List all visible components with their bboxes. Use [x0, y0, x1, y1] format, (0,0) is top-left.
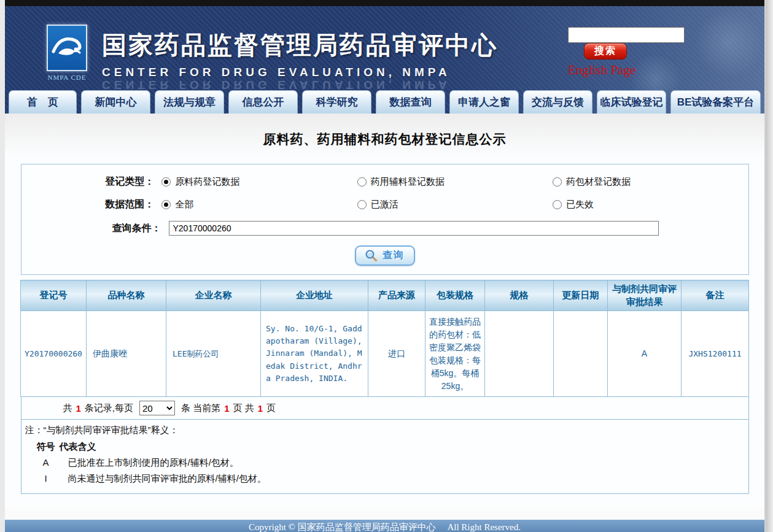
main-content: 原料药、药用辅料和药包材登记信息公示 登记类型： 原料药登记数据 药用辅料登记数… [5, 114, 764, 507]
radio-icon[interactable] [357, 200, 367, 209]
tab-regulations[interactable]: 法规与规章 [155, 90, 224, 114]
col-header-joint-review: 与制剂共同审评审批结果 [608, 280, 682, 311]
col-header-company-address: 企业地址 [261, 280, 368, 311]
pagination-text: 共 [63, 403, 72, 414]
form-row-range: 数据范围： 全部 已激活 已失效 [21, 198, 748, 211]
tab-science-research[interactable]: 科学研究 [302, 90, 371, 114]
tab-news[interactable]: 新闻中心 [81, 90, 150, 114]
current-page-number: 1 [224, 403, 229, 414]
query-label: 查询条件： [21, 222, 169, 235]
radio-icon[interactable] [357, 177, 367, 187]
site-title-en: CENTER FOR DRUG EVALUATION, NMPA [102, 66, 498, 79]
query-form-panel: 登记类型： 原料药登记数据 药用辅料登记数据 药包材登记数据 数据范围： [21, 164, 749, 275]
tab-be-trial-platform[interactable]: BE试验备案平台 [670, 90, 761, 114]
cde-logo-icon [47, 25, 87, 71]
footer-copyright: Copyright © 国家药品监督管理局药品审评中心 All Right Re… [5, 522, 764, 532]
per-page-select[interactable]: 20 [139, 401, 175, 415]
site-title-block: 国家药品监督管理局药品审评中心 CENTER FOR DRUG EVALUATI… [102, 28, 498, 91]
tab-data-query[interactable]: 数据查询 [376, 90, 445, 114]
header-search-input[interactable] [568, 27, 685, 43]
radio-option-invalid[interactable]: 已失效 [553, 199, 748, 210]
col-header-company-name: 企业名称 [166, 280, 261, 311]
site-title-cn: 国家药品监督管理局药品审评中心 [102, 28, 498, 62]
bird-swoosh-icon [51, 31, 83, 65]
magnifier-icon [365, 249, 378, 262]
note-row-a: A 已批准在上市制剂使用的原料/辅料/包材。 [33, 457, 745, 469]
note-column-headers: 符号 代表含义 [33, 441, 745, 453]
radio-option-excipient[interactable]: 药用辅料登记数据 [357, 176, 553, 188]
radio-option-activated[interactable]: 已激活 [357, 199, 553, 210]
cell-company-name: LEE制药公司 [166, 311, 261, 397]
header-search-area: 搜索 English Page [568, 27, 746, 78]
form-row-query: 查询条件： [21, 221, 748, 236]
radio-icon[interactable] [553, 200, 562, 209]
site-title-en-reflection: CENTER FOR DRUG EVALUATION, NMPA [102, 78, 498, 91]
cell-spec [485, 311, 554, 397]
cell-joint-review-result: A [608, 311, 682, 397]
cell-reg-no: Y20170000260 [21, 311, 87, 397]
tab-exchange-feedback[interactable]: 交流与反馈 [523, 90, 592, 114]
form-row-type: 登记类型： 原料药登记数据 药用辅料登记数据 药包材登记数据 [21, 175, 748, 188]
note-meaning: 尚未通过与制剂共同审评审批的原料/辅料/包材。 [68, 473, 266, 485]
radio-option-packaging[interactable]: 药包材登记数据 [553, 176, 748, 188]
note-title: 注：“与制剂共同审评审批结果”释义： [25, 425, 745, 436]
cell-package-spec: 直接接触药品的药包材：低密度聚乙烯袋包装规格：每桶5kg。每桶25kg。 [425, 311, 485, 397]
pagination-text: 条 当前第 [181, 403, 220, 414]
tab-info-disclosure[interactable]: 信息公开 [228, 90, 298, 114]
col-header-package-spec: 包装规格 [425, 280, 485, 311]
table-header-row: 登记号 品种名称 企业名称 企业地址 产品来源 包装规格 规格 更新日期 与制剂… [21, 280, 749, 311]
total-pages-count: 1 [258, 403, 263, 414]
radio-icon[interactable] [161, 200, 171, 209]
pagination-text: 条记录,每页 [85, 403, 133, 414]
tab-applicant-window[interactable]: 申请人之窗 [449, 90, 519, 114]
range-label: 数据范围： [21, 198, 162, 211]
note-symbol: I [33, 473, 60, 485]
radio-option-raw-material[interactable]: 原料药登记数据 [161, 176, 357, 188]
registration-table: 登记号 品种名称 企业名称 企业地址 产品来源 包装规格 规格 更新日期 与制剂… [20, 280, 749, 397]
pagination-text: 页 共 [233, 403, 254, 414]
query-button[interactable]: 查询 [355, 245, 415, 266]
col-header-reg-no: 登记号 [21, 280, 87, 311]
cell-company-address: Sy. No. 10/G-1, Gaddapotharam (Village),… [261, 311, 368, 397]
page-title: 原料药、药用辅料和药包材登记信息公示 [5, 114, 764, 148]
main-nav: 首 页 新闻中心 法规与规章 信息公开 科学研究 数据查询 申请人之窗 交流与反… [5, 90, 764, 114]
table-footer-box: 共 1 条记录,每页 20 条 当前第 1 页 共 1 页 注：“与制剂共同审评… [21, 397, 749, 494]
cell-product-source: 进口 [368, 311, 425, 397]
cell-remark: JXHS1200111 [682, 311, 749, 397]
page: NMPA CDE 国家药品监督管理局药品审评中心 CENTER FOR DRUG… [5, 0, 764, 532]
note-col-meaning: 代表含义 [60, 441, 96, 453]
header-search-button[interactable]: 搜索 [584, 43, 627, 60]
cell-update-date [554, 311, 608, 397]
pagination-text: 页 [266, 403, 276, 414]
top-black-bar [5, 0, 764, 6]
radio-icon[interactable] [553, 177, 562, 187]
tab-clinical-trial-registry[interactable]: 临床试验登记 [597, 90, 666, 114]
notes-section: 注：“与制剂共同审评审批结果”释义： 符号 代表含义 A 已批准在上市制剂使用的… [21, 420, 748, 493]
english-page-link[interactable]: English Page [568, 63, 635, 78]
cde-logo[interactable]: NMPA CDE [43, 25, 91, 81]
col-header-update-date: 更新日期 [554, 280, 608, 311]
site-header: NMPA CDE 国家药品监督管理局药品审评中心 CENTER FOR DRUG… [5, 6, 764, 114]
query-button-row: 查询 [21, 245, 748, 266]
query-button-label: 查询 [383, 249, 405, 262]
col-header-product-source: 产品来源 [368, 280, 425, 311]
col-header-product-name: 品种名称 [87, 280, 166, 311]
radio-icon[interactable] [161, 177, 171, 187]
query-condition-input[interactable] [169, 221, 659, 236]
note-col-symbol: 符号 [33, 441, 60, 453]
col-header-spec: 规格 [485, 280, 554, 311]
cell-product-name: 伊曲康唑 [87, 311, 166, 397]
note-row-i: I 尚未通过与制剂共同审评审批的原料/辅料/包材。 [33, 473, 745, 485]
table-row: Y20170000260 伊曲康唑 LEE制药公司 Sy. No. 10/G-1… [21, 311, 749, 397]
logo-caption: NMPA CDE [43, 74, 91, 81]
col-header-remark: 备注 [682, 280, 749, 311]
note-symbol: A [33, 457, 60, 469]
radio-option-all[interactable]: 全部 [161, 199, 357, 210]
pagination-bar: 共 1 条记录,每页 20 条 当前第 1 页 共 1 页 [21, 397, 748, 420]
site-footer: Copyright © 国家药品监督管理局药品审评中心 All Right Re… [5, 520, 764, 532]
type-label: 登记类型： [21, 175, 162, 188]
total-records-count: 1 [76, 403, 81, 414]
tab-home[interactable]: 首 页 [9, 90, 77, 114]
note-meaning: 已批准在上市制剂使用的原料/辅料/包材。 [68, 457, 239, 469]
